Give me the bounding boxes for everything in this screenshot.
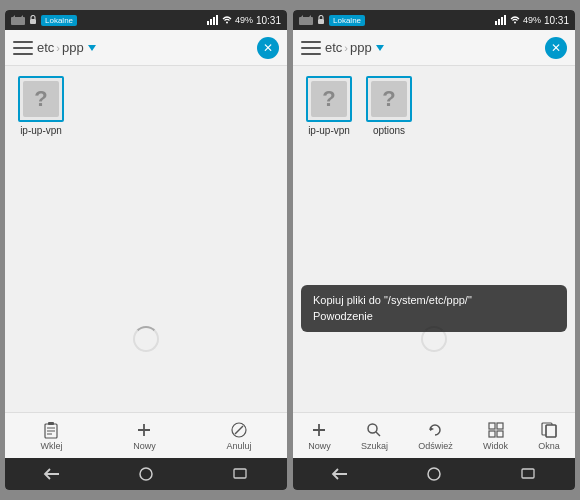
- svg-rect-7: [216, 15, 218, 25]
- file-item-ip-up-vpn[interactable]: ? ip-up-vpn: [15, 76, 67, 137]
- lock-icon: [28, 15, 38, 25]
- file-grid-right: ? ip-up-vpn ? options: [303, 76, 565, 137]
- toolbar-right: etc › ppp ✕: [293, 30, 575, 66]
- svg-rect-3: [30, 19, 36, 24]
- file-grid-left: ? ip-up-vpn: [15, 76, 277, 137]
- svg-rect-4: [207, 21, 209, 25]
- file-name-ip-up-vpn: ip-up-vpn: [20, 125, 62, 137]
- svg-marker-1: [13, 15, 15, 17]
- back-button-right[interactable]: [328, 462, 352, 486]
- plus-icon-right: [310, 421, 328, 439]
- svg-rect-28: [504, 15, 506, 25]
- svg-rect-27: [501, 17, 503, 25]
- breadcrumb-etc: etc: [37, 40, 54, 55]
- svg-rect-0: [11, 17, 25, 25]
- wifi-icon: [222, 15, 232, 25]
- svg-rect-40: [546, 425, 556, 437]
- plus-icon-left: [135, 421, 153, 439]
- svg-rect-25: [495, 21, 497, 25]
- nav-bar-right: [293, 458, 575, 490]
- cancel-button[interactable]: Anuluj: [227, 421, 252, 451]
- search-button[interactable]: Szukaj: [361, 421, 388, 451]
- view-label: Widok: [483, 441, 508, 451]
- svg-rect-21: [299, 17, 313, 25]
- toast-notification: Kopiuj pliki do "/system/etc/ppp/"Powodz…: [301, 285, 567, 332]
- new-label-right: Nowy: [308, 441, 331, 451]
- status-right: 49% 10:31: [207, 15, 281, 26]
- svg-rect-44: [522, 469, 534, 478]
- search-icon: [365, 421, 383, 439]
- status-left-icons-right: Lokalne: [299, 15, 365, 26]
- bottom-bar-right: Nowy Szukaj Odśwież: [293, 412, 575, 458]
- paste-button[interactable]: Wklej: [40, 421, 62, 451]
- toast-text: Kopiuj pliki do "/system/etc/ppp/"Powodz…: [313, 294, 472, 321]
- status-bar-right: Lokalne 49% 10:31: [293, 10, 575, 30]
- svg-line-17: [235, 426, 243, 434]
- new-button-left[interactable]: Nowy: [133, 421, 156, 451]
- windows-button[interactable]: Okna: [538, 421, 560, 451]
- menu-icon-right[interactable]: [301, 41, 321, 55]
- breadcrumb-etc-right: etc: [325, 40, 342, 55]
- windows-label: Okna: [538, 441, 560, 451]
- nav-bar-left: [5, 458, 287, 490]
- file-area-left: ? ip-up-vpn: [5, 66, 287, 412]
- file-icon-inner: ?: [23, 81, 59, 117]
- svg-line-33: [376, 432, 380, 436]
- spinner-left: [133, 326, 159, 352]
- new-label-left: Nowy: [133, 441, 156, 451]
- spinner-overlay-left: [133, 326, 159, 352]
- file-name-ip-up-vpn-right: ip-up-vpn: [308, 125, 350, 137]
- breadcrumb-left: etc › ppp: [37, 40, 253, 55]
- grid-icon: [487, 421, 505, 439]
- svg-point-19: [140, 468, 152, 480]
- file-icon-inner-right: ?: [311, 81, 347, 117]
- svg-rect-35: [489, 423, 495, 429]
- signal-icon-right: [495, 15, 507, 25]
- cat-icon-right: [299, 15, 313, 25]
- recents-button-right[interactable]: [516, 462, 540, 486]
- file-icon-ip-up-vpn: ?: [18, 76, 64, 122]
- close-button[interactable]: ✕: [257, 37, 279, 59]
- sort-triangle-right: [376, 45, 384, 51]
- sort-triangle: [88, 45, 96, 51]
- new-button-right[interactable]: Nowy: [308, 421, 331, 451]
- file-item-options[interactable]: ? options: [363, 76, 415, 137]
- back-button-left[interactable]: [40, 462, 64, 486]
- search-label: Szukaj: [361, 441, 388, 451]
- home-button-left[interactable]: [134, 462, 158, 486]
- battery-icon: 49%: [235, 15, 253, 25]
- wifi-icon-right: [510, 15, 520, 25]
- refresh-button[interactable]: Odśwież: [418, 421, 453, 451]
- lokalne-badge: Lokalne: [41, 15, 77, 26]
- svg-marker-2: [21, 15, 23, 17]
- status-right-right: 49% 10:31: [495, 15, 569, 26]
- svg-point-43: [428, 468, 440, 480]
- cancel-icon: [230, 421, 248, 439]
- breadcrumb-ppp-right: ppp: [350, 40, 372, 55]
- svg-rect-38: [497, 431, 503, 437]
- svg-marker-34: [430, 427, 434, 431]
- menu-icon[interactable]: [13, 41, 33, 55]
- svg-rect-37: [489, 431, 495, 437]
- signal-icon: [207, 15, 219, 25]
- battery-icon-right: 49%: [523, 15, 541, 25]
- svg-rect-24: [318, 19, 324, 24]
- close-button-right[interactable]: ✕: [545, 37, 567, 59]
- refresh-label: Odśwież: [418, 441, 453, 451]
- home-button-right[interactable]: [422, 462, 446, 486]
- svg-point-8: [226, 22, 228, 24]
- svg-point-29: [514, 22, 516, 24]
- cat-icon: [11, 15, 25, 25]
- svg-rect-20: [234, 469, 246, 478]
- svg-marker-23: [309, 15, 311, 17]
- breadcrumb-sep1: ›: [56, 42, 60, 54]
- windows-icon: [540, 421, 558, 439]
- svg-point-32: [368, 424, 377, 433]
- svg-rect-26: [498, 19, 500, 25]
- svg-rect-5: [210, 19, 212, 25]
- svg-rect-36: [497, 423, 503, 429]
- paste-label: Wklej: [40, 441, 62, 451]
- recents-button-left[interactable]: [228, 462, 252, 486]
- file-item-ip-up-vpn-right[interactable]: ? ip-up-vpn: [303, 76, 355, 137]
- view-button[interactable]: Widok: [483, 421, 508, 451]
